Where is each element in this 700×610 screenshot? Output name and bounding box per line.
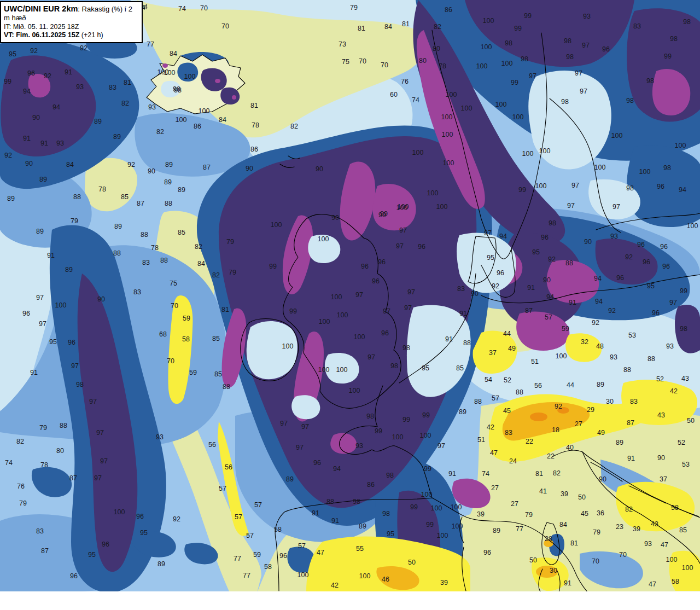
valid-time-line: VT: Fim. 06.11.2025 15Z (+21 h) [4,31,138,40]
colorbar-strip: 01020304050607080909599.9 [0,591,700,610]
lead-time: (+21 h) [79,31,103,39]
weather-map-screen: 8474707079818481828610099999383989295929… [0,0,700,610]
humidity-map: 8474707079818481828610099999383989295929… [0,0,700,592]
model-title-line: UWC/DINI EUR 2km: Rakastig (%) í 2 m hæð [4,4,138,23]
map-canvas [0,0,700,592]
valid-time: VT: Fim. 06.11.2025 15Z [4,31,79,39]
model-name: UWC/DINI EUR 2km [4,4,78,13]
title-box: UWC/DINI EUR 2km: Rakastig (%) í 2 m hæð… [0,1,143,43]
init-time-line: IT: Mið. 05. 11. 2025 18Z [4,23,138,32]
